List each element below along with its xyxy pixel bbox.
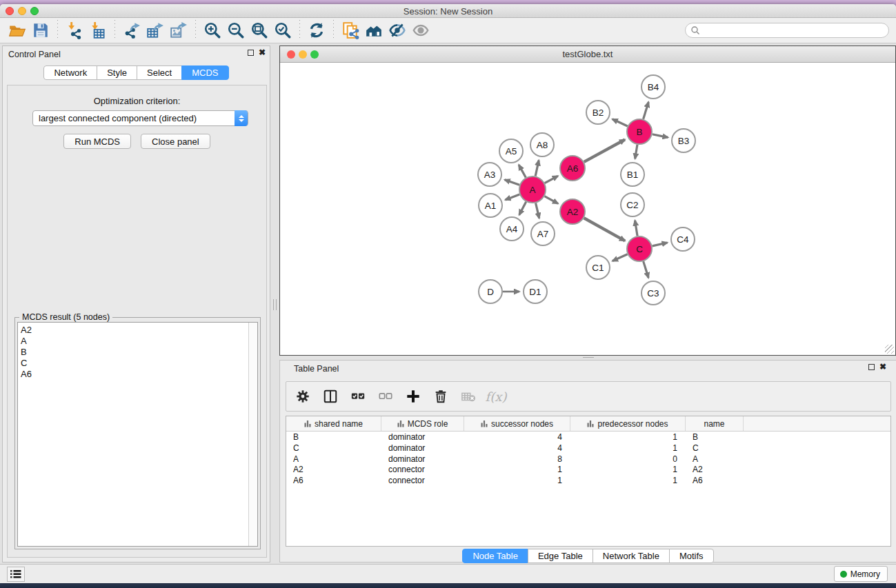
graph-edge-A2-C[interactable] [584, 218, 625, 241]
graph-node-B[interactable]: B [627, 119, 652, 144]
import-network-icon[interactable] [63, 20, 86, 41]
tab-select[interactable]: Select [137, 65, 182, 80]
table-cell[interactable]: 4 [464, 432, 570, 443]
duplicate-network-icon[interactable] [339, 20, 362, 41]
graph-edge-C-C4[interactable] [653, 243, 668, 246]
home-view-icon[interactable] [362, 20, 386, 41]
table-cell[interactable]: A6 [686, 475, 744, 486]
table-close-panel-icon[interactable]: ✖ [879, 363, 886, 370]
float-panel-icon[interactable] [248, 50, 254, 56]
graph-edge-B-B1[interactable] [635, 145, 637, 159]
zoom-in-icon[interactable] [201, 20, 224, 41]
graph-node-A5[interactable]: A5 [499, 139, 523, 163]
table-cell[interactable]: B [686, 432, 744, 443]
table-row[interactable]: A2connector11A2 [286, 464, 890, 475]
graph-node-B1[interactable]: B1 [621, 163, 644, 186]
table-cell[interactable]: 1 [464, 464, 570, 475]
graph-edge-A-A5[interactable] [519, 165, 526, 177]
graph-edge-A-A1[interactable] [506, 194, 520, 200]
table-cell[interactable]: B [286, 432, 381, 443]
zoom-selected-icon[interactable] [271, 20, 295, 41]
node-table[interactable]: shared nameMCDS rolesuccessor nodesprede… [286, 416, 891, 547]
column-header-predecessor-nodes[interactable]: predecessor nodes [570, 416, 686, 431]
graph-node-A7[interactable]: A7 [531, 222, 555, 245]
graph-node-A8[interactable]: A8 [530, 133, 554, 156]
delete-row-icon[interactable] [432, 388, 449, 405]
tab-motifs[interactable]: Motifs [669, 549, 714, 563]
refresh-layout-icon[interactable] [305, 20, 328, 41]
column-header-shared-name[interactable]: shared name [286, 416, 381, 431]
graph-edge-B-B4[interactable] [644, 102, 649, 119]
settings-gear-icon[interactable] [295, 388, 311, 405]
table-float-panel-icon[interactable] [868, 364, 875, 370]
task-history-button[interactable] [7, 567, 25, 582]
select-all-icon[interactable] [350, 388, 366, 405]
graph-edge-A-A8[interactable] [535, 160, 539, 176]
table-cell[interactable]: 4 [464, 443, 570, 454]
graph-edge-A-A4[interactable] [519, 202, 526, 215]
table-cell[interactable]: 8 [464, 454, 570, 465]
graph-node-D[interactable]: D [479, 280, 502, 303]
split-columns-icon[interactable] [322, 388, 339, 405]
table-row[interactable]: Cdominator41C [286, 443, 890, 454]
list-scrollbar[interactable] [248, 323, 257, 546]
network-canvas[interactable]: B4B2BB3A8A5A6A3B1AA1C2A2A4A7C4CC1C3DD1 [280, 63, 895, 355]
graph-edge-A-A2[interactable] [545, 196, 558, 204]
graph-node-B4[interactable]: B4 [641, 75, 665, 99]
criterion-dropdown[interactable]: largest connected component (directed) [32, 110, 248, 126]
graph-node-A4[interactable]: A4 [500, 217, 524, 241]
mcds-result-list[interactable]: A2ABCA6 [17, 322, 258, 547]
graph-node-A6[interactable]: A6 [560, 156, 585, 181]
tab-network-table[interactable]: Network Table [593, 549, 670, 563]
table-cell[interactable]: A2 [286, 464, 381, 475]
table-cell[interactable]: 1 [570, 464, 686, 475]
open-session-icon[interactable] [6, 20, 29, 41]
vertical-divider-handle[interactable] [273, 299, 277, 310]
table-cell[interactable]: A6 [286, 475, 381, 486]
tab-mcds[interactable]: MCDS [181, 65, 228, 80]
graph-edge-B-B3[interactable] [653, 134, 668, 138]
export-image-icon[interactable] [167, 20, 190, 41]
close-panel-icon[interactable]: ✖ [259, 49, 266, 56]
graph-edge-C-C2[interactable] [635, 221, 638, 236]
graph-edge-C-C3[interactable] [644, 261, 648, 278]
mcds-result-item[interactable]: B [21, 347, 32, 358]
table-cell[interactable]: dominator [381, 454, 464, 465]
graph-edge-A-A6[interactable] [545, 176, 558, 183]
table-cell[interactable]: A [686, 454, 744, 465]
graph-node-B3[interactable]: B3 [672, 129, 695, 152]
zoom-out-icon[interactable] [224, 20, 248, 41]
export-table-icon[interactable] [143, 20, 167, 41]
graph-node-A1[interactable]: A1 [479, 194, 502, 217]
deselect-all-icon[interactable] [377, 388, 394, 405]
tab-style[interactable]: Style [97, 65, 137, 80]
table-cell[interactable]: connector [381, 475, 464, 486]
graph-node-C4[interactable]: C4 [671, 227, 695, 251]
graph-edge-A6-B[interactable] [584, 140, 625, 162]
window-resize-grip[interactable] [885, 345, 894, 354]
graph-node-C3[interactable]: C3 [641, 281, 665, 305]
table-cell[interactable]: A [286, 454, 381, 465]
hide-elements-icon[interactable] [386, 20, 409, 41]
table-row[interactable]: Bdominator41B [286, 432, 890, 443]
column-header-mcds-role[interactable]: MCDS role [381, 416, 464, 431]
table-cell[interactable]: 1 [570, 432, 686, 443]
table-cell[interactable]: 1 [570, 475, 686, 486]
search-input[interactable] [685, 23, 889, 38]
graph-node-C[interactable]: C [627, 236, 652, 261]
column-header-successor-nodes[interactable]: successor nodes [464, 416, 570, 431]
save-session-icon[interactable] [29, 20, 52, 41]
mcds-result-item[interactable]: A [21, 336, 32, 347]
table-cell[interactable]: C [686, 443, 744, 454]
graph-edge-A-A7[interactable] [536, 203, 539, 218]
tab-node-table[interactable]: Node Table [462, 549, 528, 563]
graph-node-D1[interactable]: D1 [524, 280, 547, 303]
column-header-name[interactable]: name [686, 416, 744, 431]
memory-button[interactable]: Memory [834, 566, 888, 582]
table-cell[interactable]: C [286, 443, 381, 454]
add-row-icon[interactable] [405, 388, 421, 405]
graph-edge-C-C1[interactable] [613, 254, 628, 261]
mcds-result-item[interactable]: A6 [21, 369, 32, 380]
tab-network[interactable]: Network [43, 65, 97, 80]
tab-edge-table[interactable]: Edge Table [528, 549, 593, 563]
